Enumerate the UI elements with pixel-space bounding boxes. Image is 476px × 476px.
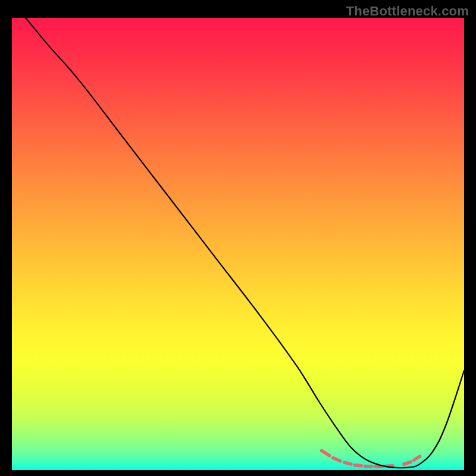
marker-dash [345,462,351,464]
marker-dash [333,458,340,461]
curve-line [12,18,464,468]
marker-dash [404,462,411,464]
marker-dash [355,465,361,466]
marker-dash [322,450,330,455]
marker-group [322,450,420,466]
plot-area [12,18,464,470]
watermark-text: TheBottleneck.com [346,4,469,19]
marker-dash [414,456,420,460]
chart-container: TheBottleneck.com [0,0,476,476]
chart-overlay [12,18,464,470]
